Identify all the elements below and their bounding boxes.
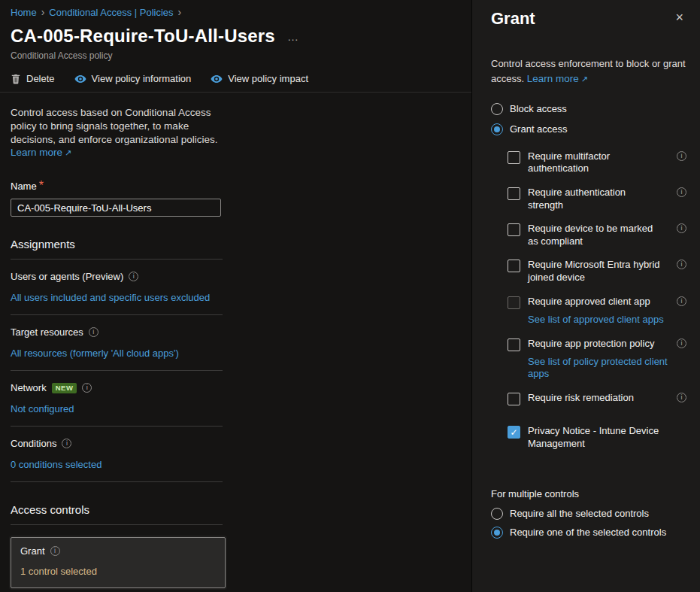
info-icon[interactable]: i bbox=[677, 296, 686, 306]
breadcrumb: Home › Conditional Access | Policies › bbox=[0, 0, 471, 18]
policy-protected-apps-link[interactable]: See list of policy protected client apps bbox=[528, 356, 672, 381]
policy-description-text: Control access based on Conditional Acce… bbox=[11, 107, 217, 145]
name-field-block: Name* bbox=[11, 179, 461, 217]
info-icon[interactable]: i bbox=[62, 439, 71, 448]
checkbox-disabled-icon bbox=[508, 296, 520, 309]
checkbox-unchecked-icon[interactable] bbox=[508, 151, 520, 164]
info-icon[interactable]: i bbox=[677, 187, 686, 197]
conditional-access-policy-page: Home › Conditional Access | Policies › C… bbox=[0, 0, 700, 592]
checkbox-unchecked-icon[interactable] bbox=[508, 187, 520, 200]
grant-value-link[interactable]: 1 control selected bbox=[20, 566, 216, 577]
grant-controls-checkbox-list: Require multifactor authentication i Req… bbox=[508, 150, 686, 451]
trash-icon bbox=[11, 74, 21, 84]
breadcrumb-policies[interactable]: Conditional Access | Policies bbox=[49, 7, 173, 18]
grant-blade: Grant × Control access enforcement to bl… bbox=[471, 0, 700, 592]
checkbox-item: Require multifactor authentication i bbox=[508, 150, 686, 175]
conditions-label: Conditions bbox=[11, 438, 56, 449]
divider bbox=[11, 426, 223, 427]
chevron-right-icon: › bbox=[178, 6, 182, 18]
checkbox-item: Require app protection policy i See list… bbox=[508, 338, 686, 381]
network-value-link[interactable]: Not configured bbox=[11, 403, 223, 414]
required-indicator: * bbox=[39, 179, 44, 192]
external-link-icon: ↗ bbox=[581, 74, 588, 83]
info-icon[interactable]: i bbox=[677, 223, 686, 233]
breadcrumb-home[interactable]: Home bbox=[11, 7, 37, 18]
info-icon[interactable]: i bbox=[89, 327, 98, 337]
checkbox-unchecked-icon[interactable] bbox=[508, 260, 520, 272]
learn-more-link[interactable]: Learn more bbox=[527, 73, 579, 84]
policy-description: Control access based on Conditional Acce… bbox=[11, 106, 232, 159]
new-badge: NEW bbox=[52, 383, 77, 393]
command-bar: Delete View policy information View poli… bbox=[0, 73, 471, 93]
info-icon[interactable]: i bbox=[50, 546, 60, 556]
view-policy-information-button[interactable]: View policy information bbox=[74, 73, 192, 84]
more-options-icon[interactable]: … bbox=[287, 30, 300, 43]
multiple-controls-label: For multiple controls bbox=[491, 488, 686, 499]
grant-blade-header: Grant × bbox=[491, 9, 686, 29]
checkbox-item: Require risk remediation i bbox=[508, 392, 686, 405]
view-policy-impact-label: View policy impact bbox=[228, 73, 308, 84]
policy-editor-main: Home › Conditional Access | Policies › C… bbox=[0, 0, 471, 592]
checkbox-checked-icon[interactable]: ✓ bbox=[508, 426, 520, 439]
radio-unchecked-icon bbox=[491, 508, 503, 520]
checkbox-item: Require Microsoft Entra hybrid joined de… bbox=[508, 259, 686, 284]
require-one-control-option[interactable]: Require one of the selected controls bbox=[491, 527, 686, 539]
checkbox-item: ✓ Privacy Notice - Intune Device Managem… bbox=[508, 425, 686, 450]
divider bbox=[11, 481, 223, 482]
conditions-value-link[interactable]: 0 conditions selected bbox=[11, 459, 223, 470]
policy-sections: Assignments Users or agents (Preview) i … bbox=[11, 238, 223, 592]
checkbox-unchecked-icon[interactable] bbox=[508, 339, 520, 351]
users-or-agents-value-link[interactable]: All users included and specific users ex… bbox=[11, 292, 223, 303]
info-icon[interactable]: i bbox=[82, 383, 92, 393]
delete-label: Delete bbox=[26, 73, 55, 84]
info-icon[interactable]: i bbox=[129, 272, 138, 281]
radio-checked-icon bbox=[491, 123, 503, 135]
checkbox-item: Require authentication strength i bbox=[508, 187, 686, 211]
target-resources-label-row: Target resources i bbox=[11, 326, 223, 338]
learn-more-link[interactable]: Learn more bbox=[11, 147, 62, 158]
close-icon[interactable]: × bbox=[672, 9, 686, 26]
grant-blade-description-text: Control access enforcement to block or g… bbox=[491, 58, 686, 84]
target-resources-label: Target resources bbox=[11, 326, 83, 338]
approved-client-apps-link[interactable]: See list of approved client apps bbox=[528, 314, 672, 326]
eye-icon bbox=[74, 74, 86, 83]
grant-access-option[interactable]: Grant access bbox=[491, 123, 686, 135]
users-or-agents-label: Users or agents (Preview) bbox=[11, 271, 123, 282]
eye-icon bbox=[211, 74, 223, 83]
grant-access-label: Grant access bbox=[510, 123, 568, 135]
delete-button[interactable]: Delete bbox=[11, 73, 55, 84]
access-controls-heading: Access controls bbox=[11, 503, 223, 525]
grant-blade-title: Grant bbox=[491, 9, 535, 29]
radio-unchecked-icon bbox=[491, 103, 503, 115]
info-icon[interactable]: i bbox=[677, 260, 686, 269]
block-grant-radio-group: Block access Grant access bbox=[491, 103, 686, 135]
require-approved-client-app-label: Require approved client app bbox=[528, 296, 663, 308]
info-icon[interactable]: i bbox=[677, 339, 686, 348]
policy-name-input[interactable] bbox=[11, 199, 221, 217]
divider bbox=[11, 370, 223, 371]
chevron-right-icon: › bbox=[41, 6, 45, 18]
require-auth-strength-label: Require authentication strength bbox=[528, 187, 663, 211]
info-icon[interactable]: i bbox=[677, 151, 686, 161]
name-label: Name bbox=[11, 181, 37, 192]
checkbox-unchecked-icon[interactable] bbox=[508, 223, 520, 236]
grant-blade-description: Control access enforcement to block or g… bbox=[491, 57, 688, 87]
multiple-controls-section: For multiple controls Require all the se… bbox=[491, 488, 686, 539]
view-policy-impact-button[interactable]: View policy impact bbox=[211, 73, 308, 84]
users-or-agents-label-row: Users or agents (Preview) i bbox=[11, 271, 223, 282]
block-access-option[interactable]: Block access bbox=[491, 103, 686, 115]
info-icon[interactable]: i bbox=[677, 393, 686, 402]
require-all-controls-option[interactable]: Require all the selected controls bbox=[491, 508, 686, 520]
check-icon: ✓ bbox=[510, 427, 517, 438]
require-all-controls-label: Require all the selected controls bbox=[510, 508, 649, 519]
checkbox-unchecked-icon[interactable] bbox=[508, 393, 520, 405]
target-resources-value-link[interactable]: All resources (formerly 'All cloud apps'… bbox=[11, 348, 223, 359]
require-app-protection-label: Require app protection policy bbox=[528, 338, 663, 351]
page-title: CA-005-Require-ToU-All-Users bbox=[11, 26, 275, 47]
require-compliant-device-label: Require device to be marked as compliant bbox=[528, 223, 663, 247]
grant-control-card[interactable]: Grant i 1 control selected bbox=[11, 537, 226, 588]
block-access-label: Block access bbox=[510, 103, 567, 114]
require-mfa-label: Require multifactor authentication bbox=[528, 150, 663, 175]
require-risk-remediation-label: Require risk remediation bbox=[528, 392, 663, 405]
external-link-icon: ↗ bbox=[65, 148, 71, 157]
